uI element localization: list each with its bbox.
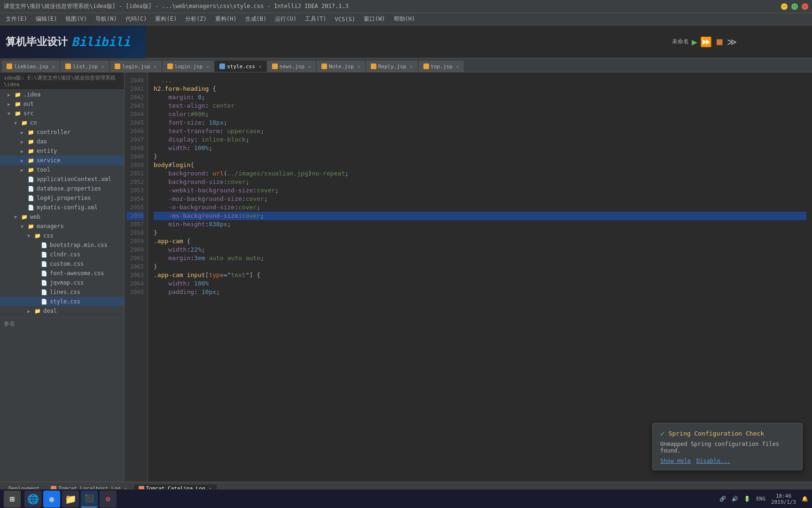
tab-liebiao[interactable]: liebiao.jsp ✕ — [2, 61, 60, 72]
tree-item-dao[interactable]: ▶ 📁 dao — [0, 137, 124, 146]
tree-label-bootstrap: bootstrap.min.css — [50, 242, 108, 248]
menu-run[interactable]: 运行(U) — [271, 14, 300, 24]
tree-item-web[interactable]: ▼ 📁 web — [0, 212, 124, 222]
tree-label-controller: controller — [37, 129, 70, 135]
disable-link[interactable]: Disable... — [696, 458, 730, 464]
taskbar-right-area: 🔗 🔊 🔋 ENG 18:46 2019/1/3 🔔 — [719, 493, 808, 505]
taskbar-intellij[interactable]: ⬛ — [81, 491, 98, 508]
tree-item-mybatis[interactable]: 📄 mybatis-config.xml — [0, 203, 124, 212]
menu-generate[interactable]: 生成(B) — [242, 14, 271, 24]
code-container[interactable]: 2040 2041 2042 2043 2044 2045 2046 2047 … — [125, 72, 812, 482]
file-icon-stylecss: 📄 — [40, 298, 48, 305]
menu-file[interactable]: 文件(E) — [2, 14, 31, 24]
tree-item-appcontext[interactable]: 📄 applicationContext.xml — [0, 175, 124, 184]
tree-item-css[interactable]: ▼ 📁 css — [0, 231, 124, 240]
tree-item-dbprop[interactable]: 📄 database.properties — [0, 184, 124, 193]
folder-icon-src: 📁 — [14, 110, 22, 117]
tree-item-idea[interactable]: ▶ 📁 .idea — [0, 90, 124, 99]
tree-item-lines[interactable]: 📄 lines.css — [0, 287, 124, 297]
tab-close-reply[interactable]: ✕ — [410, 64, 413, 69]
tree-item-out[interactable]: ▶ 📁 out — [0, 99, 124, 109]
arrow-tool: ▶ — [21, 167, 27, 173]
tab-icon-style — [219, 64, 225, 69]
tab-top[interactable]: top.jsp ✕ — [419, 61, 464, 72]
logo-bar: 算机毕业设计 Bilibili 未命名 ▶ ⏩ ⏹ ≫ — [0, 25, 812, 58]
menu-refactor2[interactable]: 重构(H) — [211, 14, 241, 24]
tree-item-clndr[interactable]: 📄 clndr.css — [0, 250, 124, 259]
tree-item-managers[interactable]: ▼ 📁 managers — [0, 222, 124, 231]
arrow-controller: ▶ — [21, 130, 27, 135]
menu-refactor[interactable]: 重构(E) — [151, 14, 180, 24]
tree-item-entity[interactable]: ▶ 📁 entity — [0, 146, 124, 156]
tab-style[interactable]: style.css ✕ — [215, 61, 266, 72]
tree-item-log4j[interactable]: 📄 log4j.properties — [0, 193, 124, 203]
code-editor[interactable]: ...h2.form-heading { margin: 0; text-ali… — [148, 72, 812, 482]
menu-edit[interactable]: 编辑(E) — [32, 14, 61, 24]
taskbar-chrome[interactable]: ● — [43, 491, 60, 508]
tree-label-src: src — [23, 110, 34, 117]
tab-label-login1: login.jsp — [122, 64, 150, 70]
username-label: 未命名 — [672, 38, 689, 46]
taskbar-explorer[interactable]: 📁 — [62, 491, 79, 508]
tree-label-tool: tool — [37, 167, 50, 173]
tab-login1[interactable]: login.jsp ✕ — [110, 61, 162, 72]
debug-button[interactable]: ⏩ — [700, 36, 712, 48]
menu-view[interactable]: 视图(V) — [62, 14, 91, 24]
menu-analyze[interactable]: 分析(Z) — [181, 14, 211, 24]
tab-close-style[interactable]: ✕ — [259, 64, 262, 69]
taskbar-ie[interactable]: 🌐 — [24, 491, 41, 508]
more-button[interactable]: ≫ — [727, 36, 737, 48]
taskbar-other[interactable]: ⊕ — [100, 491, 117, 508]
tree-item-src[interactable]: ▼ 📁 src — [0, 109, 124, 118]
windows-taskbar: ⊞ 🌐 ● 📁 ⬛ ⊕ 🔗 🔊 🔋 ENG 18:46 2019/1/3 🔔 — [0, 489, 812, 508]
tree-item-deal[interactable]: ▶ 📁 deal — [0, 306, 124, 316]
tab-icon-list — [65, 64, 71, 69]
tab-news[interactable]: news.jsp ✕ — [267, 61, 316, 72]
tab-close-list[interactable]: ✕ — [102, 64, 104, 69]
folder-icon-controller: 📁 — [27, 128, 35, 136]
tree-item-fontawesome[interactable]: 📄 font-awesome.css — [0, 269, 124, 278]
tab-icon-note — [321, 64, 327, 69]
tab-reply[interactable]: Reply.jsp ✕ — [366, 61, 418, 72]
tab-login2[interactable]: login.jsp ✕ — [163, 61, 214, 72]
tree-item-service[interactable]: ▶ 📁 service — [0, 156, 124, 165]
show-help-link[interactable]: Show Help — [660, 458, 691, 464]
tab-icon-reply — [371, 64, 376, 69]
close-button[interactable]: ✕ — [802, 3, 808, 10]
tree-item-bootstrap[interactable]: 📄 bootstrap.min.css — [0, 240, 124, 250]
maximize-button[interactable]: □ — [791, 3, 798, 10]
tree-label-lines: lines.css — [50, 289, 80, 295]
menu-code[interactable]: 代码(C) — [122, 14, 151, 24]
tab-close-login2[interactable]: ✕ — [206, 64, 209, 69]
file-icon-appcontext: 📄 — [27, 175, 35, 183]
tab-close-login1[interactable]: ✕ — [154, 64, 157, 69]
tree-item-controller[interactable]: ▶ 📁 controller — [0, 127, 124, 137]
run-button[interactable]: ▶ — [692, 36, 697, 48]
minimize-button[interactable]: ─ — [781, 3, 788, 10]
tree-item-jqvmap[interactable]: 📄 jqvmap.css — [0, 278, 124, 287]
window-controls[interactable]: ─ □ ✕ — [781, 3, 808, 10]
tab-close-liebiao[interactable]: ✕ — [52, 64, 55, 69]
notif-title-text: Spring Configuration Check — [669, 430, 765, 437]
menu-help[interactable]: 帮助(H) — [390, 14, 419, 24]
tab-list[interactable]: list.jsp ✕ — [61, 61, 109, 72]
arrow-idea: ▶ — [8, 92, 14, 97]
menu-window[interactable]: 窗口(W) — [360, 14, 389, 24]
tab-close-news[interactable]: ✕ — [308, 64, 311, 69]
tab-close-top[interactable]: ✕ — [456, 64, 459, 69]
tree-item-custom[interactable]: 📄 custom.css — [0, 259, 124, 269]
stop-button[interactable]: ⏹ — [715, 36, 724, 48]
tree-item-tool[interactable]: ▶ 📁 tool — [0, 165, 124, 175]
menu-tools[interactable]: 工具(T) — [301, 14, 330, 24]
tab-label-news: news.jsp — [280, 64, 304, 70]
tab-note[interactable]: Note.jsp ✕ — [317, 61, 365, 72]
tree-item-cn[interactable]: ▼ 📁 cn — [0, 118, 124, 127]
file-tree-sidebar: idea版: E:\课堂文件\项目\就业信息管理系统\idea ▶ 📁 .ide… — [0, 72, 125, 482]
menu-vcs[interactable]: VCS(S) — [331, 15, 359, 24]
taskbar-clock: 18:46 2019/1/3 — [771, 493, 796, 505]
tab-close-note[interactable]: ✕ — [358, 64, 360, 69]
start-button[interactable]: ⊞ — [4, 491, 21, 508]
menu-nav[interactable]: 导航(N) — [92, 14, 121, 24]
tree-item-stylecss[interactable]: 📄 style.css — [0, 297, 124, 306]
arrow-src: ▼ — [8, 111, 14, 116]
